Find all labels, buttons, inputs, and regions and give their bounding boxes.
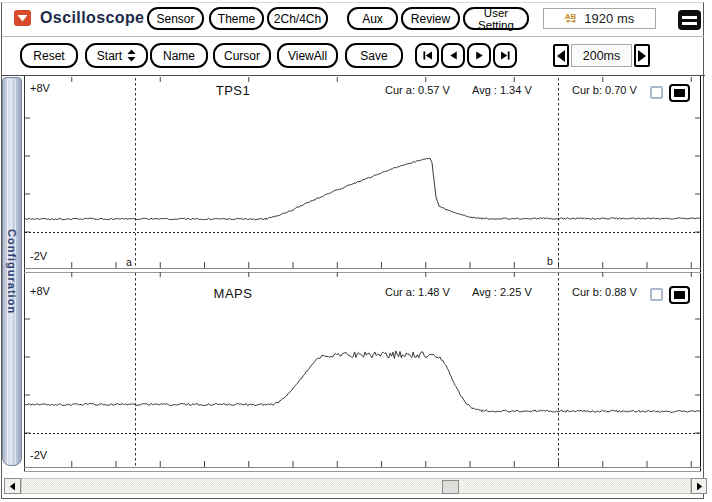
volt-top-label-2: +8V (30, 285, 50, 297)
volt-top-label-1: +8V (30, 82, 50, 94)
avg-value-1: Avg : 1.34 V (472, 84, 532, 96)
cursor-b-value-1: Cur b: 0.70 V (572, 84, 637, 96)
waveform-tps1 (25, 158, 700, 220)
toolbar-separator-1 (2, 36, 704, 37)
cursor-a-value-2: Cur a: 1.48 V (385, 286, 450, 298)
cursor-b-label: b (547, 255, 553, 267)
volt-bottom-label-1: -2V (30, 250, 47, 262)
name-button[interactable]: Name (150, 43, 208, 68)
channel-color-button-1[interactable] (669, 84, 690, 102)
cursor-b-value-2: Cur b: 0.88 V (572, 286, 637, 298)
channel-checkbox-1[interactable] (650, 86, 663, 99)
skip-last-button[interactable] (493, 43, 517, 68)
cursor-a-label: a (126, 256, 132, 268)
right-arrow-icon (696, 482, 703, 491)
skip-last-icon (499, 49, 512, 62)
step-forward-button[interactable] (467, 43, 491, 68)
scroll-left-button[interactable] (4, 478, 21, 494)
configuration-label: Configuration (6, 229, 18, 314)
start-button[interactable]: Start (85, 43, 148, 68)
app-dropdown-icon[interactable] (14, 10, 31, 26)
ab-time-value: 1920 ms (584, 11, 634, 26)
channel-mode-button[interactable]: 2Ch/4Ch (267, 7, 328, 30)
ab-cursor-icon: AB⇤⇥ (565, 14, 577, 24)
menu-icon[interactable] (678, 10, 701, 30)
scrollbar-thumb[interactable] (442, 480, 459, 494)
app-title: Oscilloscope (40, 9, 144, 27)
step-forward-icon (473, 49, 486, 62)
interval-value-display: 200ms (571, 44, 632, 67)
channel-color-button-2[interactable] (669, 286, 690, 304)
viewall-button[interactable]: ViewAll (277, 43, 338, 68)
left-arrow-icon (9, 482, 16, 491)
skip-first-icon (421, 49, 434, 62)
spinner-icon (127, 49, 136, 62)
window-frame (1, 2, 704, 499)
channel-name-2: MAPS (203, 286, 263, 301)
user-setting-button[interactable]: User Setting (463, 7, 529, 30)
scroll-right-button[interactable] (691, 478, 707, 494)
cursor-a-value-1: Cur a: 0.57 V (385, 84, 450, 96)
left-arrow-icon (556, 49, 566, 63)
waveform-maps (25, 351, 700, 413)
volt-bottom-label-2: -2V (30, 449, 47, 461)
oscilloscope-window: Oscilloscope Sensor Theme 2Ch/4Ch Aux Re… (0, 0, 712, 502)
cursor-button[interactable]: Cursor (213, 43, 271, 68)
down-triangle-icon (16, 13, 29, 23)
toolbar-separator-2 (1, 75, 705, 76)
save-button[interactable]: Save (345, 43, 403, 68)
right-arrow-icon (637, 49, 647, 63)
interval-decrease-button[interactable] (553, 44, 569, 67)
skip-first-button[interactable] (415, 43, 439, 68)
channel-checkbox-2[interactable] (650, 288, 663, 301)
start-button-label: Start (97, 49, 122, 63)
aux-button[interactable]: Aux (347, 7, 398, 30)
sensor-button[interactable]: Sensor (147, 7, 204, 30)
scrollbar-track[interactable] (21, 478, 691, 494)
step-back-icon (447, 49, 460, 62)
ab-time-display: AB⇤⇥ 1920 ms (543, 8, 656, 29)
configuration-panel-tab[interactable]: Configuration (2, 77, 22, 466)
channel-name-1: TPS1 (203, 83, 263, 98)
step-back-button[interactable] (441, 43, 465, 68)
reset-button[interactable]: Reset (20, 43, 78, 68)
review-button[interactable]: Review (401, 7, 460, 30)
horizontal-scrollbar[interactable] (4, 478, 707, 494)
avg-value-2: Avg : 2.25 V (472, 286, 532, 298)
interval-increase-button[interactable] (634, 44, 650, 67)
theme-button[interactable]: Theme (209, 7, 264, 30)
